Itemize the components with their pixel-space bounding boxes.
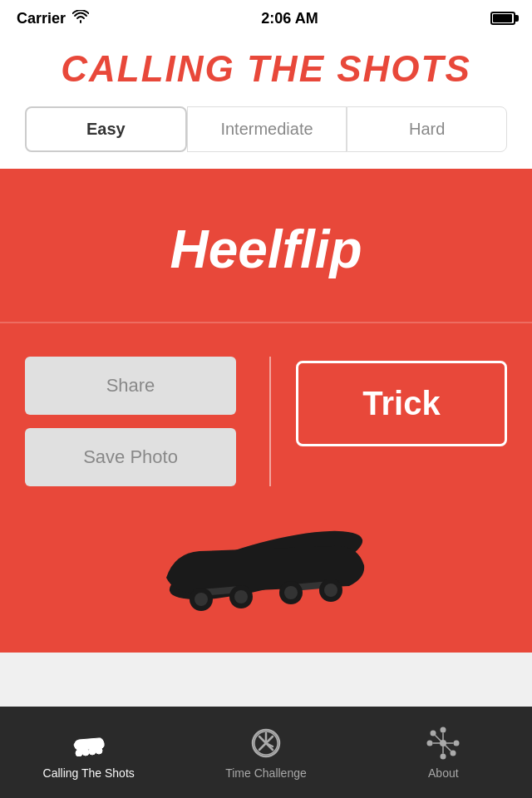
battery-icon — [490, 12, 515, 25]
left-buttons: Share Save Photo — [25, 357, 261, 486]
tab-easy[interactable]: Easy — [25, 106, 187, 152]
trick-button-wrap: Trick — [279, 357, 507, 446]
tab-intermediate[interactable]: Intermediate — [187, 106, 347, 152]
carrier-info: Carrier — [17, 10, 89, 27]
svg-point-6 — [234, 590, 248, 603]
svg-point-30 — [451, 751, 456, 756]
svg-point-16 — [96, 747, 102, 754]
trick-name: Heelflip — [17, 219, 515, 280]
skateboard-area — [0, 503, 532, 653]
skateboard-graphic — [150, 520, 382, 619]
main-content: Heelflip Share Save Photo Trick — [0, 169, 532, 653]
tab-calling-shots-label: Calling The Shots — [43, 766, 135, 780]
svg-point-14 — [82, 749, 89, 756]
battery-area — [490, 12, 515, 25]
tab-hard[interactable]: Hard — [347, 106, 507, 152]
tab-time-challenge-label: Time Challenge — [225, 766, 307, 780]
svg-point-8 — [284, 586, 298, 599]
difficulty-tabs: Easy Intermediate Hard — [0, 106, 532, 169]
status-time: 2:06 AM — [261, 10, 318, 27]
wifi-icon — [72, 10, 89, 27]
trick-name-area: Heelflip — [0, 169, 532, 323]
actions-area: Share Save Photo Trick — [0, 323, 532, 503]
svg-line-35 — [436, 736, 444, 744]
trick-button[interactable]: Trick — [296, 361, 507, 446]
share-button[interactable]: Share — [25, 357, 236, 415]
vertical-divider — [269, 357, 271, 486]
carrier-text: Carrier — [17, 10, 66, 27]
svg-point-27 — [427, 741, 433, 746]
svg-point-4 — [195, 593, 208, 606]
save-photo-button[interactable]: Save Photo — [25, 428, 236, 486]
svg-point-25 — [441, 727, 446, 733]
svg-point-28 — [454, 741, 460, 746]
tab-about-label: About — [428, 766, 459, 780]
skateboard-tab-icon — [71, 725, 107, 761]
status-bar: Carrier 2:06 AM — [0, 0, 532, 37]
tab-bar: Calling The Shots Time Challenge — [0, 707, 532, 798]
svg-point-29 — [431, 731, 436, 736]
tab-time-challenge[interactable]: Time Challenge — [177, 725, 354, 780]
svg-point-15 — [89, 748, 96, 755]
app-title: CALLING THE SHOTS — [17, 48, 515, 90]
tab-calling-the-shots[interactable]: Calling The Shots — [0, 725, 177, 780]
tab-about[interactable]: About — [355, 725, 532, 780]
svg-point-13 — [76, 750, 82, 756]
svg-line-36 — [443, 743, 451, 751]
app-header: CALLING THE SHOTS — [0, 37, 532, 106]
timer-tab-icon — [248, 725, 284, 761]
svg-point-26 — [441, 754, 446, 760]
svg-point-10 — [324, 584, 337, 597]
network-tab-icon — [425, 725, 461, 761]
